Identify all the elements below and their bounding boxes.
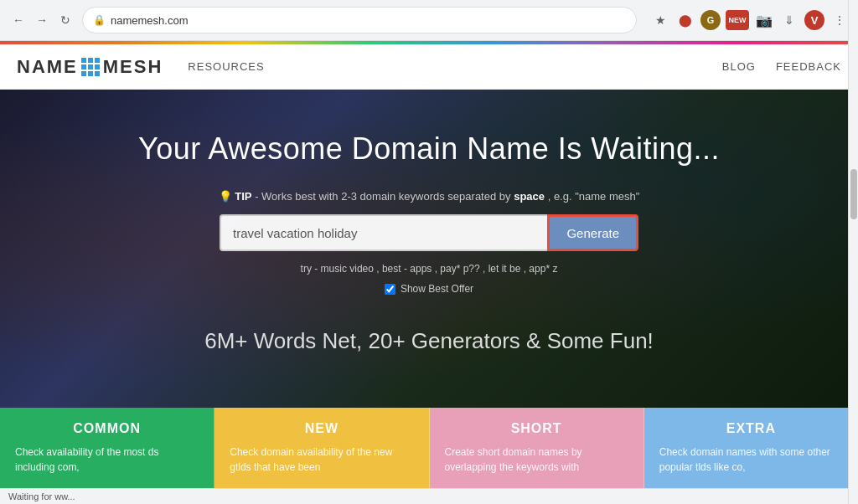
site-nav-right: BLOG FEEDBACK bbox=[722, 60, 841, 73]
nav-buttons: ← → ↻ bbox=[8, 10, 75, 30]
extra-title: EXTRA bbox=[659, 421, 843, 436]
scrollbar-thumb[interactable] bbox=[850, 169, 857, 219]
new-title: NEW bbox=[230, 421, 413, 436]
status-text: Waiting for ww... bbox=[8, 491, 75, 501]
logo-grid-icon bbox=[81, 58, 100, 76]
lock-icon: 🔒 bbox=[93, 14, 106, 26]
tip-text: 💡 TIP - Works best with 2-3 domain keywo… bbox=[219, 190, 640, 203]
status-bar: Waiting for ww... bbox=[0, 488, 858, 504]
site-nav: NAME MESH RESOURCES BLOG FEEDBACK bbox=[0, 44, 858, 90]
blog-link[interactable]: BLOG bbox=[722, 60, 756, 73]
url-text: namemesh.com bbox=[111, 14, 626, 27]
menu-button[interactable]: ⋮ bbox=[830, 10, 850, 30]
tip-body: - Works best with 2-3 domain keywords se… bbox=[255, 190, 514, 203]
tip-space-bold: space bbox=[514, 190, 545, 203]
hero-title: Your Awesome Domain Name Is Waiting... bbox=[138, 131, 720, 167]
logo-mesh: MESH bbox=[103, 56, 163, 78]
search-input[interactable] bbox=[220, 214, 547, 251]
site-logo[interactable]: NAME MESH bbox=[17, 56, 163, 78]
show-offer-checkbox[interactable] bbox=[385, 284, 395, 295]
forward-button[interactable]: → bbox=[32, 10, 52, 30]
site-nav-links: RESOURCES bbox=[188, 60, 264, 73]
short-title: SHORT bbox=[445, 421, 628, 436]
hero-section: Your Awesome Domain Name Is Waiting... 💡… bbox=[0, 90, 858, 408]
search-row: Generate bbox=[220, 214, 638, 251]
logo-name: NAME bbox=[17, 56, 78, 78]
back-button[interactable]: ← bbox=[8, 10, 28, 30]
address-bar[interactable]: 🔒 namemesh.com bbox=[82, 7, 637, 33]
suggestions-row: try - music video , best - apps , pay* p… bbox=[301, 263, 558, 275]
show-offer-row: Show Best Offer bbox=[385, 283, 473, 295]
common-desc: Check availability of the most ds includ… bbox=[15, 445, 199, 475]
common-title: COMMON bbox=[15, 421, 199, 436]
tip-example: , e.g. "name mesh" bbox=[548, 190, 640, 203]
generate-button[interactable]: Generate bbox=[547, 214, 638, 251]
hero-content: Your Awesome Domain Name Is Waiting... 💡… bbox=[17, 131, 841, 354]
hero-tagline: 6M+ Words Net, 20+ Generators & Some Fun… bbox=[204, 328, 654, 354]
tip-label: TIP bbox=[235, 190, 251, 203]
short-desc: Create short domain names by overlapping… bbox=[445, 445, 628, 475]
browser-toolbar: ← → ↻ 🔒 namemesh.com ★ ⬤ G NEW 📷 ⇓ V ⋮ bbox=[0, 0, 858, 40]
extension-red-icon[interactable]: ⬤ bbox=[675, 10, 695, 30]
resources-link[interactable]: RESOURCES bbox=[188, 60, 264, 73]
feedback-link[interactable]: FEEDBACK bbox=[776, 60, 841, 73]
browser-chrome: ← → ↻ 🔒 namemesh.com ★ ⬤ G NEW 📷 ⇓ V ⋮ bbox=[0, 0, 858, 41]
refresh-button[interactable]: ↻ bbox=[55, 10, 75, 30]
extension-download-icon[interactable]: ⇓ bbox=[779, 10, 799, 30]
extension-new-icon[interactable]: NEW bbox=[726, 10, 749, 30]
extra-desc: Check domain names with some other popul… bbox=[659, 445, 843, 475]
extension-avatar-icon[interactable]: G bbox=[700, 10, 721, 30]
show-offer-label: Show Best Offer bbox=[401, 283, 473, 295]
profile-button[interactable]: V bbox=[804, 10, 824, 30]
scrollbar[interactable] bbox=[848, 0, 858, 504]
tip-bulb-icon: 💡 bbox=[219, 190, 235, 203]
browser-icons: ★ ⬤ G NEW 📷 ⇓ V ⋮ bbox=[650, 10, 850, 30]
extension-instagram-icon[interactable]: 📷 bbox=[754, 10, 774, 30]
new-desc: Check domain availability of the new gtl… bbox=[230, 445, 413, 475]
star-icon[interactable]: ★ bbox=[650, 10, 670, 30]
